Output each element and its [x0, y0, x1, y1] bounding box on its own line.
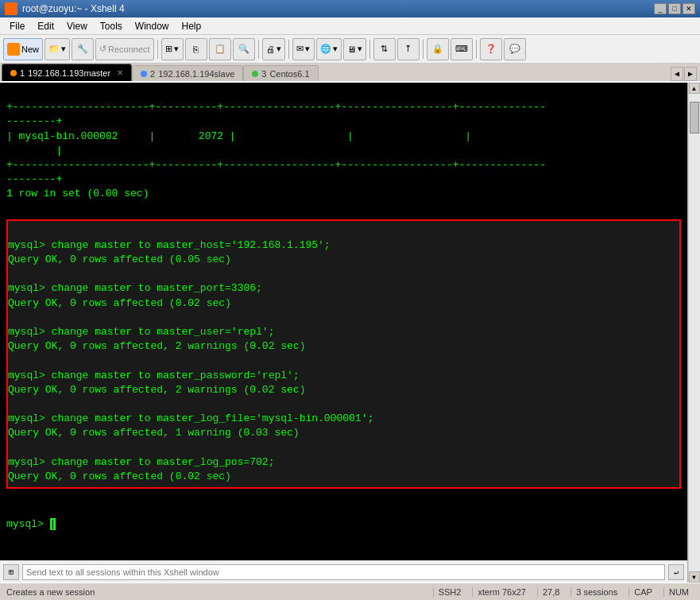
tab-prev[interactable]: ◀ — [671, 67, 683, 81]
keyboard-button[interactable]: ⌨ — [451, 38, 473, 60]
tab-3-label: Centos6.1 — [269, 69, 309, 79]
globe-button[interactable]: 🌐 ▾ — [316, 38, 342, 60]
separator-4 — [369, 40, 370, 59]
menu-tools[interactable]: Tools — [94, 19, 129, 33]
separator-6 — [476, 40, 477, 59]
dropdown-arrow3: ▾ — [277, 44, 281, 54]
globe-icon: 🌐 — [320, 44, 331, 54]
tab-nav: ◀ ▶ — [671, 67, 698, 81]
paste-icon: 📋 — [215, 44, 226, 54]
tab-next[interactable]: ▶ — [684, 67, 697, 81]
separator-5 — [423, 40, 423, 59]
app-container: root@zuoyu:~ - Xshell 4 _ □ ✕ File Edit … — [0, 0, 700, 600]
tab-1[interactable]: 1 192.168.1.193master ✕ — [2, 64, 132, 81]
menu-bar: File Edit View Tools Window Help — [0, 17, 700, 35]
dropdown-arrow5: ▾ — [333, 44, 338, 54]
dropdown-arrow4: ▾ — [305, 44, 310, 54]
status-sessions: 3 sessions — [570, 587, 622, 597]
menu-edit[interactable]: Edit — [31, 19, 60, 33]
new-label: New — [21, 45, 39, 54]
send-mode-button[interactable]: ⊞ — [3, 564, 19, 580]
minimize-button[interactable]: _ — [654, 3, 667, 14]
sftp-button[interactable]: ⤒ — [397, 38, 420, 60]
status-term: xterm 76x27 — [472, 587, 531, 597]
status-cap: CAP — [628, 587, 657, 597]
toolbar: New 📁 ▾ 🔧 ↺ Reconnect ⊞ ▾ ⎘ 📋 🔍 🖨 — [0, 35, 700, 64]
help-icon: ❓ — [485, 44, 497, 54]
monitor-button[interactable]: 🖥 ▾ — [343, 38, 366, 60]
send-button[interactable]: ↵ — [668, 564, 684, 580]
find-button[interactable]: 🔍 — [233, 38, 255, 60]
separator-3 — [288, 40, 289, 59]
monitor-icon: 🖥 — [347, 45, 356, 54]
sftp-icon: ⤒ — [404, 44, 412, 54]
print-icon: 🖨 — [266, 45, 275, 54]
tab-1-number: 1 — [20, 68, 25, 78]
scrollbar: ▲ ▼ — [687, 83, 700, 583]
title-text: root@zuoyu:~ - Xshell 4 — [5, 2, 125, 15]
scroll-down-button[interactable]: ▼ — [689, 571, 700, 583]
folder-icon: 📁 — [48, 44, 60, 54]
scroll-thumb[interactable] — [690, 102, 699, 134]
menu-window[interactable]: Window — [129, 19, 176, 33]
close-button[interactable]: ✕ — [683, 3, 695, 14]
lock-icon: 🔒 — [432, 44, 443, 54]
compose-button[interactable]: ✉ ▾ — [292, 38, 315, 60]
maximize-button[interactable]: □ — [668, 3, 681, 14]
dropdown-arrow6: ▾ — [358, 44, 362, 54]
find-icon: 🔍 — [238, 44, 249, 54]
reconnect-label: Reconnect — [108, 45, 150, 54]
menu-help[interactable]: Help — [176, 19, 208, 33]
tab-2[interactable]: 2 192.168.1.194slave — [132, 65, 243, 81]
scroll-track[interactable] — [689, 94, 700, 571]
keyboard-icon: ⌨ — [455, 44, 468, 54]
tab-1-dot — [10, 70, 17, 76]
wrench-icon: 🔧 — [77, 44, 88, 54]
tab-2-dot — [141, 71, 147, 77]
dropdown-arrow: ▾ — [61, 44, 66, 54]
chat-button[interactable]: 💬 — [504, 38, 526, 60]
status-right: SSH2 xterm 76x27 27,8 3 sessions CAP NUM — [433, 587, 694, 597]
help-button[interactable]: ❓ — [480, 38, 502, 60]
tab-3[interactable]: 3 Centos6.1 — [243, 65, 318, 81]
title-buttons: _ □ ✕ — [654, 3, 695, 14]
copy-icon: ⎘ — [193, 45, 199, 54]
transfer-button[interactable]: ⇅ — [373, 38, 396, 60]
menu-file[interactable]: File — [3, 19, 31, 33]
tab-2-number: 2 — [150, 69, 155, 79]
tab-2-label: 192.168.1.194slave — [158, 69, 234, 79]
new-session-icon — [7, 43, 20, 56]
title-label: root@zuoyu:~ - Xshell 4 — [22, 3, 125, 14]
sessions-icon: ⊞ — [165, 44, 172, 54]
reconnect-icon: ↺ — [99, 44, 106, 54]
menu-view[interactable]: View — [60, 19, 94, 33]
terminal[interactable]: +----------------------+----------+-----… — [0, 83, 687, 560]
tab-1-close[interactable]: ✕ — [117, 68, 123, 77]
terminal-wrapper: +----------------------+----------+-----… — [0, 83, 687, 583]
lock-button[interactable]: 🔒 — [427, 38, 449, 60]
chat-icon: 💬 — [509, 44, 520, 54]
tab-1-label: 192.168.1.193master — [28, 68, 110, 78]
tab-3-number: 3 — [261, 69, 266, 79]
properties-button[interactable]: 🔧 — [72, 38, 94, 60]
sessions-button[interactable]: ⊞ ▾ — [161, 38, 184, 60]
print-button[interactable]: 🖨 ▾ — [262, 38, 285, 60]
status-pos: 27,8 — [537, 587, 564, 597]
send-bar: ⊞ ↵ — [0, 560, 687, 583]
copy-button[interactable]: ⎘ — [185, 38, 207, 60]
send-text-input[interactable] — [22, 564, 665, 580]
title-bar: root@zuoyu:~ - Xshell 4 _ □ ✕ — [0, 0, 700, 17]
separator-2 — [258, 40, 259, 59]
status-ssh: SSH2 — [433, 587, 466, 597]
separator-1 — [157, 40, 158, 59]
reconnect-button[interactable]: ↺ Reconnect — [95, 38, 154, 60]
new-button[interactable]: New — [3, 38, 43, 60]
status-message: Creates a new session — [6, 587, 433, 597]
status-bar: Creates a new session SSH2 xterm 76x27 2… — [0, 583, 700, 600]
paste-button[interactable]: 📋 — [209, 38, 231, 60]
tab-3-dot — [252, 71, 258, 77]
tab-bar: 1 192.168.1.193master ✕ 2 192.168.1.194s… — [0, 64, 700, 83]
app-icon — [5, 2, 17, 15]
scroll-up-button[interactable]: ▲ — [689, 83, 700, 94]
open-button[interactable]: 📁 ▾ — [44, 38, 70, 60]
